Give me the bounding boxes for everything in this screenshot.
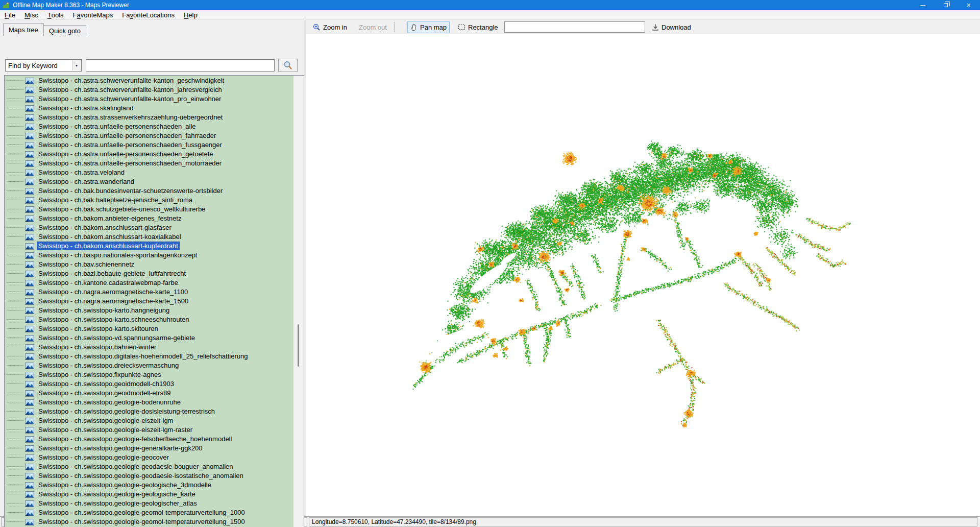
tree-item[interactable]: Swisstopo - ch.astra.unfaelle-personensc…: [5, 122, 293, 131]
pan-map-button[interactable]: Pan map: [407, 21, 450, 33]
tree-item[interactable]: Swisstopo - ch.bakom.anschlussart-koaxia…: [5, 232, 293, 241]
map-layer-icon: [25, 252, 34, 258]
tree-item[interactable]: Swisstopo - ch.swisstopo.geologie-dosisl…: [5, 406, 293, 416]
minimize-icon: [920, 5, 925, 6]
map-viewport[interactable]: [306, 34, 980, 516]
tree-item[interactable]: Swisstopo - ch.astra.schwerverunfallte-k…: [5, 94, 293, 103]
menu-file[interactable]: File: [0, 10, 20, 19]
tree-item[interactable]: Swisstopo - ch.nagra.aeromagnetische-kar…: [5, 287, 293, 296]
chevron-down-icon[interactable]: ▼: [72, 60, 81, 70]
tree-item[interactable]: Swisstopo - ch.swisstopo.fixpunkte-agnes: [5, 370, 293, 379]
minimize-button[interactable]: [911, 0, 934, 10]
tree-item[interactable]: Swisstopo - ch.swisstopo.geologie-eiszei…: [5, 425, 293, 434]
tree-item[interactable]: Swisstopo - ch.astra.skatingland: [5, 103, 293, 112]
map-preview-panel: Zoom in Zoom out Pan map Rectangle: [306, 20, 980, 516]
zoom-out-button[interactable]: Zoom out: [356, 21, 389, 33]
tree-item[interactable]: Swisstopo - ch.swisstopo.geologie-geomol…: [5, 517, 293, 526]
tree-item[interactable]: Swisstopo - ch.swisstopo.geoidmodell-etr…: [5, 388, 293, 397]
map-layer-icon: [25, 307, 34, 314]
tree-item[interactable]: Swisstopo - ch.bav.schienennetz: [5, 259, 293, 269]
tree-item[interactable]: Swisstopo - ch.astra.unfaelle-personensc…: [5, 140, 293, 149]
menu-help[interactable]: Help: [179, 10, 202, 19]
tree-branch-line: [7, 154, 24, 154]
rectangle-button[interactable]: Rectangle: [455, 21, 501, 33]
tree-branch-line: [7, 475, 24, 476]
tree-item[interactable]: Swisstopo - ch.swisstopo.bahnen-winter: [5, 342, 293, 351]
tree-branch-line: [7, 356, 24, 356]
map-layer-icon: [25, 114, 34, 121]
tree-item[interactable]: Swisstopo - ch.swisstopo.geologie-geomol…: [5, 508, 293, 517]
map-layer-icon: [25, 215, 34, 222]
tree-branch-line: [7, 384, 24, 384]
map-layer-icon: [25, 279, 34, 286]
tree-item[interactable]: Swisstopo - ch.nagra.aeromagnetische-kar…: [5, 296, 293, 305]
download-button[interactable]: Download: [649, 21, 694, 33]
tree-item[interactable]: Swisstopo - ch.swisstopo.geologie-geolog…: [5, 480, 293, 489]
goto-coordinates-input[interactable]: [504, 21, 645, 33]
tree-item[interactable]: Swisstopo - ch.bak.halteplaetze-jenische…: [5, 195, 293, 204]
search-button[interactable]: [278, 59, 298, 72]
menu-tools[interactable]: Tools: [43, 10, 68, 19]
tree-branch-line: [7, 282, 24, 283]
menu-favoritemaps[interactable]: FavoriteMaps: [68, 10, 118, 19]
tree-item[interactable]: Swisstopo - ch.astra.unfaelle-personensc…: [5, 131, 293, 140]
toolbar-separator: [394, 22, 395, 32]
tree-item[interactable]: Swisstopo - ch.swisstopo-karto.hangneigu…: [5, 305, 293, 315]
tree-item[interactable]: Swisstopo - ch.swisstopo-vd.spannungsarm…: [5, 333, 293, 342]
tree-item[interactable]: Swisstopo - ch.swisstopo.geologie-felsob…: [5, 434, 293, 443]
tree-scrollbar-thumb[interactable]: [298, 324, 299, 367]
tree-item[interactable]: Swisstopo - ch.swisstopo.geologie-eiszei…: [5, 416, 293, 425]
tree-item-label: Swisstopo - ch.swisstopo.geologie-geolog…: [37, 481, 213, 489]
tree-item[interactable]: Swisstopo - ch.astra.strassenverkehrszae…: [5, 112, 293, 122]
tree-item[interactable]: Swisstopo - ch.astra.veloland: [5, 167, 293, 177]
tree-item[interactable]: Swisstopo - ch.swisstopo.dreiecksvermasc…: [5, 361, 293, 370]
tree-item[interactable]: Swisstopo - ch.swisstopo.geologie-genera…: [5, 443, 293, 452]
tree-item[interactable]: Swisstopo - ch.astra.unfaelle-personensc…: [5, 158, 293, 167]
tree-item[interactable]: Swisstopo - ch.astra.unfaelle-personensc…: [5, 149, 293, 158]
tree-item[interactable]: Swisstopo - ch.swisstopo.geoidmodell-ch1…: [5, 379, 293, 388]
tree-item-label: Swisstopo - ch.swisstopo.geologie-felsob…: [37, 435, 233, 443]
tree-item[interactable]: Swisstopo - ch.astra.schwerverunfallte-k…: [5, 85, 293, 94]
tree-item[interactable]: Swisstopo - ch.swisstopo-karto.skitouren: [5, 324, 293, 333]
tree-item[interactable]: Swisstopo - ch.astra.wanderland: [5, 177, 293, 186]
map-layer-icon: [25, 132, 34, 139]
tree-item[interactable]: Swisstopo - ch.swisstopo.geologie-geolog…: [5, 498, 293, 508]
search-input[interactable]: [86, 59, 275, 71]
tree-scrollbar[interactable]: [293, 76, 304, 527]
tree-item[interactable]: Swisstopo - ch.bazl.bebaute-gebiete_luft…: [5, 269, 293, 278]
zoom-in-icon: [313, 23, 321, 31]
tree-item[interactable]: Swisstopo - ch.bakom.anbieter-eigenes_fe…: [5, 213, 293, 223]
find-mode-select[interactable]: Find by Keyword ▼: [5, 59, 82, 71]
tree-item[interactable]: Swisstopo - ch.swisstopo.digitales-hoehe…: [5, 351, 293, 361]
map-layer-icon: [25, 482, 34, 488]
zoom-in-button[interactable]: Zoom in: [310, 21, 350, 33]
tree-item[interactable]: Swisstopo - ch.kantone.cadastralwebmap-f…: [5, 278, 293, 287]
tree-branch-line: [7, 80, 24, 81]
tree-item[interactable]: Swisstopo - ch.swisstopo.geologie-bodenu…: [5, 397, 293, 406]
tree-item[interactable]: Swisstopo - ch.swisstopo.geologie-geodae…: [5, 462, 293, 471]
menu-misc[interactable]: Misc: [20, 10, 43, 19]
tree-branch-line: [7, 236, 24, 237]
switzerland-density-map[interactable]: [306, 34, 979, 515]
map-layer-icon: [25, 86, 34, 93]
restore-button[interactable]: [934, 0, 957, 10]
close-button[interactable]: ×: [957, 0, 980, 10]
menu-favoritelocations[interactable]: FavoriteLocations: [117, 10, 179, 19]
map-layer-icon: [25, 399, 34, 405]
tree-item[interactable]: Swisstopo - ch.swisstopo.geologie-geodae…: [5, 471, 293, 480]
close-icon: ×: [966, 2, 970, 9]
tree-item[interactable]: Swisstopo - ch.swisstopo-karto.schneesch…: [5, 315, 293, 324]
tree-item[interactable]: Swisstopo - ch.astra.schwerverunfallte-k…: [5, 76, 293, 85]
tree-item[interactable]: Swisstopo - ch.bakom.anschlussart-kupfer…: [5, 241, 293, 250]
tree-item[interactable]: Swisstopo - ch.swisstopo.geologie-geolog…: [5, 489, 293, 498]
tree-item[interactable]: Swisstopo - ch.bak.bundesinventar-schuet…: [5, 186, 293, 195]
tab-maps-tree[interactable]: Maps tree: [3, 23, 44, 36]
tree-item[interactable]: Swisstopo - ch.baspo.nationales-sportanl…: [5, 250, 293, 259]
tree-item[interactable]: Swisstopo - ch.bakom.anschlussart-glasfa…: [5, 223, 293, 232]
tree-item[interactable]: Swisstopo - ch.bak.schutzgebiete-unesco_…: [5, 204, 293, 213]
tree-item-label: Swisstopo - ch.nagra.aeromagnetische-kar…: [37, 297, 190, 305]
tab-quick-goto[interactable]: Quick goto: [44, 25, 86, 36]
tree-item[interactable]: Swisstopo - ch.swisstopo.geologie-geocov…: [5, 452, 293, 462]
panel-tabs: Maps tree Quick goto: [3, 23, 86, 36]
map-layer-icon: [25, 270, 34, 277]
